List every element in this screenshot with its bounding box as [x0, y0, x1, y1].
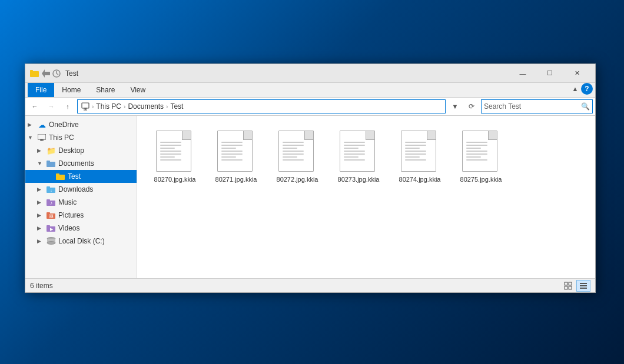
local-disk-icon [47, 236, 56, 246]
grid-view-icon [564, 282, 572, 290]
sidebar-label-test: Test [68, 172, 81, 181]
ribbon-expander-button[interactable]: ▲ [569, 83, 581, 95]
main-area: ▶ ☁ OneDrive ▼ This PC ▶ [25, 116, 595, 278]
sidebar-item-videos[interactable]: ▶ ▶ Videos [25, 222, 137, 235]
sidebar-item-test[interactable]: Test [25, 170, 137, 183]
this-pc-icon [37, 133, 47, 142]
svg-rect-36 [565, 286, 567, 289]
svg-rect-34 [565, 282, 567, 285]
document-icon [156, 131, 191, 172]
downloads-folder-icon: ↓ [47, 185, 56, 194]
file-item[interactable]: 80274.jpg.kkia [391, 125, 448, 189]
file-icon [217, 131, 255, 173]
svg-rect-11 [38, 134, 46, 139]
path-segment-test[interactable]: Test [170, 102, 183, 111]
test-folder-icon [56, 172, 65, 181]
file-name: 80270.jpg.kkia [154, 175, 196, 183]
file-item[interactable]: 80270.jpg.kkia [147, 125, 203, 189]
svg-rect-38 [580, 283, 587, 284]
file-icon [340, 131, 377, 173]
expand-arrow-videos: ▶ [37, 225, 44, 231]
expand-arrow-desktop: ▶ [37, 148, 44, 153]
status-bar: 6 items [25, 278, 595, 292]
window-controls: — ☐ ✕ [509, 64, 590, 83]
title-bar-icons [30, 69, 61, 78]
sidebar-item-desktop[interactable]: ▶ 📁 Desktop [25, 144, 137, 157]
window-title: Test [65, 69, 509, 78]
expand-arrow-music: ▶ [37, 199, 44, 205]
tab-home[interactable]: Home [54, 83, 88, 97]
tab-file[interactable]: File [28, 83, 54, 97]
svg-line-6 [57, 74, 58, 75]
file-item[interactable]: 80273.jpg.kkia [330, 125, 387, 189]
sidebar-item-documents[interactable]: ▼ Documents [25, 157, 137, 170]
back-button[interactable]: ← [28, 99, 42, 113]
svg-marker-3 [42, 69, 50, 78]
file-icon [156, 131, 194, 173]
forward-button[interactable]: → [44, 99, 58, 113]
svg-rect-39 [580, 285, 587, 286]
documents-folder-icon [47, 159, 56, 168]
sidebar-label-local-disk: Local Disk (C:) [58, 237, 105, 245]
expand-arrow-this-pc: ▼ [28, 135, 35, 141]
path-segment-documents[interactable]: Documents [128, 102, 164, 111]
list-view-button[interactable] [576, 280, 590, 292]
music-folder-icon: ♪ [47, 198, 56, 207]
help-button[interactable]: ? [581, 83, 593, 95]
close-button[interactable]: ✕ [563, 64, 590, 83]
svg-rect-20 [47, 186, 50, 189]
sidebar-label-desktop: Desktop [58, 146, 84, 155]
window-folder-icon [30, 69, 39, 78]
dropdown-path-button[interactable]: ▼ [448, 99, 462, 113]
tab-share[interactable]: Share [88, 83, 122, 97]
up-button[interactable]: ↑ [61, 99, 75, 113]
svg-rect-16 [47, 161, 50, 163]
address-computer-icon [81, 102, 89, 111]
file-item[interactable]: 80271.jpg.kkia [208, 125, 264, 189]
grid-view-button[interactable] [561, 280, 575, 292]
address-bar: ← → ↑ › This PC › Documents › Test ▼ ⟳ 🔍 [25, 98, 595, 116]
search-input[interactable] [484, 102, 581, 111]
file-item[interactable]: 80272.jpg.kkia [269, 125, 326, 189]
svg-rect-7 [82, 103, 89, 108]
expand-arrow-pictures: ▶ [37, 212, 44, 218]
sidebar-item-this-pc[interactable]: ▼ This PC [25, 131, 137, 144]
path-arrow-2: › [124, 103, 125, 110]
document-icon [217, 131, 253, 172]
ribbon-tabs: File Home Share View ▲ ? [25, 83, 595, 98]
sidebar-item-local-disk[interactable]: ▶ Local Disk (C:) [25, 235, 137, 248]
maximize-button[interactable]: ☐ [536, 64, 563, 83]
path-arrow-3: › [166, 103, 168, 110]
sidebar-item-downloads[interactable]: ▶ ↓ Downloads [25, 183, 137, 196]
path-segment-this-pc[interactable]: This PC [96, 102, 121, 111]
sidebar-item-music[interactable]: ▶ ♪ Music [25, 196, 137, 209]
sidebar-label-videos: Videos [58, 224, 79, 232]
expand-arrow-local-disk: ▶ [37, 238, 44, 244]
sidebar-label-documents: Documents [58, 159, 94, 168]
svg-rect-2 [30, 70, 33, 72]
sidebar-item-onedrive[interactable]: ▶ ☁ OneDrive [25, 118, 137, 131]
sidebar-label-onedrive: OneDrive [49, 121, 79, 129]
window-pin-icon [52, 69, 61, 78]
file-name: 80275.jpg.kkia [460, 175, 502, 183]
tab-view[interactable]: View [122, 83, 153, 97]
file-item[interactable]: 80275.jpg.kkia [453, 125, 509, 189]
sidebar-label-this-pc: This PC [49, 133, 74, 142]
sidebar-label-downloads: Downloads [58, 185, 93, 193]
minimize-button[interactable]: — [509, 64, 536, 83]
list-view-icon [579, 282, 588, 290]
desktop-folder-icon: 📁 [47, 146, 56, 155]
title-bar: Test — ☐ ✕ [25, 64, 595, 83]
path-arrow-1: › [92, 103, 94, 110]
refresh-button[interactable]: ⟳ [464, 99, 479, 113]
expand-arrow-documents: ▼ [37, 161, 44, 166]
search-icon: 🔍 [581, 102, 590, 111]
file-icon [462, 131, 500, 173]
address-path: › This PC › Documents › Test [77, 99, 446, 113]
file-name: 80272.jpg.kkia [277, 175, 318, 183]
sidebar-item-pictures[interactable]: ▶ 🖼 Pictures [25, 209, 137, 222]
videos-folder-icon: ▶ [47, 223, 56, 233]
svg-rect-18 [56, 173, 59, 176]
svg-rect-37 [569, 286, 572, 289]
svg-point-33 [47, 242, 55, 245]
